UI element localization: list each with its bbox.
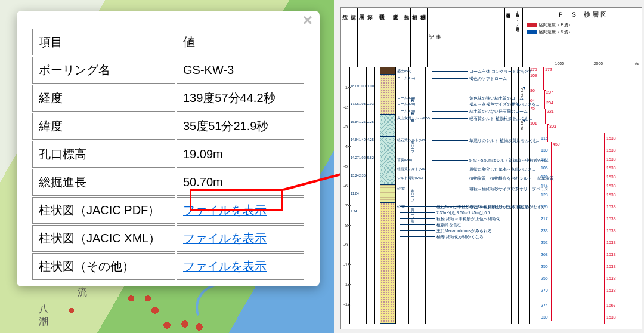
s-value: 256 <box>541 276 548 280</box>
layer-note: 褐色のソフトローム <box>469 76 507 81</box>
elev-value: 11.84 <box>351 192 359 195</box>
depth-value: 2.03 <box>367 102 374 106</box>
close-icon[interactable]: × <box>298 10 317 31</box>
row-label: 経度 <box>32 85 175 112</box>
p-value: 459 <box>553 142 560 146</box>
col-color: 色調 <box>402 8 411 67</box>
elev-value: 13.24 <box>351 174 359 177</box>
elev-value: 14.84 <box>351 138 359 141</box>
p-value-right: 1538 <box>606 193 616 197</box>
table-row: 柱状図（JACIC PDF）ファイルを表示 <box>32 197 304 224</box>
water-triangle-icon: ▼ <box>522 85 527 91</box>
map-label: 流 <box>78 286 87 299</box>
s-value: 130 <box>541 148 548 152</box>
ps-section: Ｐ Ｓ 検 層 図 区間速度（Ｐ波） 区間速度（Ｓ波） 1000 2000 m/… <box>523 8 642 67</box>
table-row: 緯度35度51分21.9秒 <box>32 113 304 140</box>
p-value: 101 <box>530 121 537 125</box>
file-link-pdf[interactable]: ファイルを表示 <box>183 204 267 217</box>
s-value: 339 <box>541 315 548 319</box>
col-soil: 土質区分 <box>389 8 402 67</box>
depth-value: 5.82 <box>367 156 374 159</box>
s-value: 106 <box>541 166 548 170</box>
col-thick: 層厚 <box>358 8 366 67</box>
layer-note: 層状に卵化した草本～灰白パミス... <box>469 167 535 171</box>
extra-note: 概ね1mmは中粒砂が主体 粗粒砂がわずかに混じる <box>436 205 530 209</box>
p-value-right: 1538 <box>606 148 616 152</box>
col-relcons: 相対稠度 <box>419 8 428 67</box>
depth-tick: -5 <box>343 164 348 169</box>
depth-value: 2.25 <box>367 120 374 124</box>
col-ground: 地盤岩体区分 <box>505 8 512 67</box>
col-water: 孔内水位(m)／測定月日 <box>512 8 523 67</box>
depth-tick: -8 <box>343 223 348 228</box>
extra-note: 粒径 細粒～中粒砂が上位へ細粒化 <box>436 217 500 221</box>
s-value: 233 <box>541 229 548 233</box>
p-value-right: 1538 <box>606 276 616 280</box>
file-link-other[interactable]: ファイルを表示 <box>183 260 267 273</box>
extra-note: 7.35m付近 8.50～7.45mは 0.5 <box>436 211 490 215</box>
col-strat: 柱状図 <box>374 8 389 67</box>
table-row: 経度139度57分44.2秒 <box>32 85 304 112</box>
extra-note: 植物片を含む <box>436 223 462 227</box>
thick-value: 1.00 <box>359 84 366 88</box>
log-header: 標尺 標高 層厚 深度 柱状図 土質区分 色調 相対密 相対稠度 記 事 地盤岩… <box>341 8 642 67</box>
p-value-right: 1667 <box>606 303 616 307</box>
row-value: ファイルを表示 <box>177 197 304 224</box>
table-row: 柱状図（JACIC XML）ファイルを表示 <box>32 225 304 252</box>
ps-title: Ｐ Ｓ 検 層 図 <box>523 8 642 21</box>
p-value-right: 1538 <box>606 166 616 170</box>
s-value: 274 <box>541 303 548 307</box>
p-value-right: 1538 <box>606 205 616 209</box>
soil-name: ローム(Lm) <box>397 109 415 114</box>
p-value-right: 1538 <box>606 157 616 161</box>
ps-scale: 1000 2000 m/s <box>523 61 642 67</box>
elev-value: 18.09 <box>351 84 359 88</box>
layer-note: 粘土質の少ない軽石周のローム <box>469 109 528 113</box>
depth-tick: -9 <box>343 242 348 248</box>
soil-name: ローム(Lm) <box>397 101 415 107</box>
s-value: 270 <box>541 288 548 292</box>
s-value: 217 <box>541 217 548 221</box>
boring-log-image: 標尺 標高 層厚 深度 柱状図 土質区分 色調 相対密 相対稠度 記 事 地盤岩… <box>340 7 642 329</box>
thick-value: 1.40 <box>359 138 366 141</box>
layer-note: 褐灰～灰褐色サイズの亜角パミスを... <box>469 102 539 106</box>
table-row: 柱状図（その他）ファイルを表示 <box>32 253 304 280</box>
water-triangle-icon: ▼ <box>522 118 527 124</box>
col-scale: 標尺 <box>341 8 349 67</box>
soil-name: 軽石質シルト(MS) <box>397 166 426 172</box>
s-value: 256 <box>541 264 548 269</box>
table-row: 総掘進長50.70m <box>32 169 304 196</box>
layer-note: 植物炭質・植物根痕を含むシルト 一部草炭質 <box>469 176 554 180</box>
row-label: 緯度 <box>32 113 175 140</box>
col-depth: 深度 <box>366 8 374 67</box>
p-value-right: 1538 <box>606 315 616 319</box>
depth-tick: -1 <box>343 85 348 90</box>
p-value-right: 1538 <box>606 136 616 140</box>
soil-name: シルト質砂(MS) <box>397 175 423 181</box>
p-value-right: 1538 <box>606 175 616 179</box>
p-value-right: 1538 <box>606 240 616 245</box>
p-value: 207 <box>546 90 553 94</box>
p-value: 172 <box>545 67 552 72</box>
s-value: 128 <box>541 193 548 197</box>
layer-note: 粗粒～極細粒砂サイズの灰オリーブパミス... <box>469 187 552 191</box>
soil-name: 火山灰質シルト(MV) <box>397 116 430 121</box>
depth-tick: -3 <box>343 124 348 130</box>
header-key: 項目 <box>32 29 175 56</box>
row-value: 139度57分44.2秒 <box>177 85 304 112</box>
row-value: 35度51分21.9秒 <box>177 113 304 140</box>
row-label: 孔口標高 <box>32 141 175 168</box>
extra-note: 極等 細粒化が細かくなる <box>436 235 484 239</box>
row-label: ボーリング名 <box>32 57 175 84</box>
ps-chart: 1722072042213034591751098664751011161301… <box>540 67 641 324</box>
row-value: ファイルを表示 <box>177 253 304 280</box>
depth-tick: -7 <box>343 203 348 208</box>
soil-name: ローム(Lm) <box>397 95 415 101</box>
row-label: 柱状図（その他） <box>32 253 175 280</box>
p-value-right: 1538 <box>606 184 616 188</box>
ps-legend-s: 区間速度（Ｓ波） <box>523 29 642 36</box>
s-value: 252 <box>541 240 548 245</box>
file-link-xml[interactable]: ファイルを表示 <box>183 232 267 245</box>
color-name: 灰オリーブ <box>410 138 415 150</box>
row-value: ファイルを表示 <box>177 225 304 252</box>
